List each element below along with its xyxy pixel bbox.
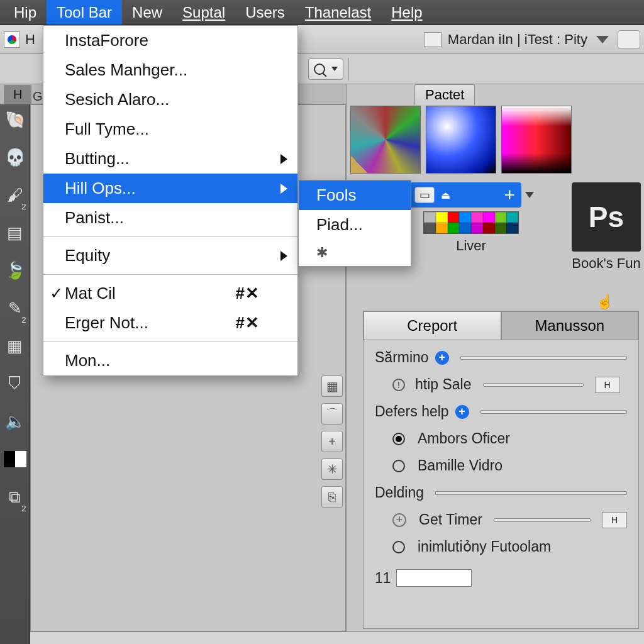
label-defers: Defers help [375,403,449,420]
hand-icon[interactable]: ☝ [596,294,613,310]
menu-item[interactable]: Sesich Alaro... [43,85,297,114]
canvas-btn-plus[interactable]: + [321,431,343,452]
tab-pactet[interactable]: Pactet [414,84,475,105]
tool-wand[interactable]: ✎2 [3,296,28,321]
info-icon: ! [392,379,405,391]
slider-delding[interactable] [435,491,627,495]
slider-gettimer[interactable] [494,518,591,522]
tool-badge: 2 [21,504,26,513]
radio-ambors[interactable] [392,433,405,445]
chevron-down-icon[interactable] [525,192,534,198]
workspace-collapse-button[interactable] [618,30,640,49]
add-grey-icon[interactable]: + [392,513,406,527]
value-gettimer[interactable]: H [602,512,627,528]
plus-icon[interactable]: + [504,184,515,206]
menu-item[interactable]: Hill Ops... [43,174,297,203]
color-swatch[interactable] [3,447,28,472]
label-inim: inimlutiỏny Futoolam [418,538,551,555]
menu-new[interactable]: New [122,0,172,25]
right-panels: Pactet ▭ ⏏ + Liver Ps Book's Fun ☝ [346,84,644,631]
menu-item[interactable]: Erger Not...#✕ [43,308,297,338]
swatch-previews [350,106,572,174]
label-delding: Delding [375,484,424,501]
radio-inim[interactable] [392,541,405,553]
menu-item[interactable]: Mat Cil#✕ [43,279,297,308]
menu-tool-bar[interactable]: Tool Bar [47,0,122,25]
brush-label-books: Book's Fun [572,255,640,272]
menu-item[interactable]: Full Tyme... [43,114,297,144]
tool-skull[interactable]: 💀 [3,145,28,170]
menu-item[interactable]: InstaForore [43,26,297,55]
properties-tabs: Creport Manusson [364,311,638,340]
submenu-item[interactable]: Piad... [299,210,411,240]
slider-defers[interactable] [480,410,627,414]
properties-panel: ☝ Creport Manusson Sărmino+ !htip SaleH … [363,311,639,629]
slider-htip[interactable] [483,383,584,387]
chevron-down-icon [331,67,338,71]
menu-item[interactable]: Equity [43,241,297,270]
tool-crop[interactable]: ⧉2 [3,484,28,509]
slider-sarmino[interactable] [460,356,627,360]
canvas-side-buttons: ▦ ⌒ + ✳ ⎘ [321,375,343,508]
mini-swatch-grid[interactable] [423,211,519,234]
submenu-item[interactable]: ✱ [299,240,411,266]
screen-mode-icon[interactable] [424,32,441,47]
tool-shell[interactable]: 🐚 [3,107,28,132]
tool-brush[interactable]: 🖌2 [3,182,28,208]
canvas-btn-star[interactable]: ✳ [321,458,343,480]
options-separator [348,58,349,80]
menu-suptal[interactable]: Suptal [172,0,235,25]
menu-hip[interactable]: Hip [4,0,47,25]
label-sarmino: Sărmino [375,349,429,366]
usb-icon: ⏏ [441,189,450,201]
value-htip[interactable]: H [595,377,620,393]
tab-h[interactable]: H [4,85,31,104]
status-bar [30,631,644,644]
tool-grid[interactable]: ▦ [3,333,28,358]
workspace-dropdown-icon[interactable] [596,36,609,43]
menu-help[interactable]: Help [381,0,432,25]
tool-panel-icon[interactable]: ▤ [3,220,28,245]
menu-thanelast[interactable]: Thanelast [295,0,381,25]
add-icon[interactable]: + [435,351,449,365]
swatch-pixel[interactable] [350,106,421,174]
add-icon[interactable]: + [455,405,469,419]
swatch-blue[interactable] [426,106,496,174]
menubar: Hip Tool Bar New Suptal Users Thanelast … [0,0,644,25]
text-field[interactable] [396,569,472,587]
tool-badge: 2 [21,202,26,211]
tool-shield[interactable]: ⛉ [3,371,28,396]
menu-item[interactable]: Mon... [43,346,297,375]
app-icon [4,31,20,48]
brush-label-liver: Liver [456,238,486,254]
tool-leaf[interactable]: 🍃 [3,258,28,283]
tool-badge: 2 [21,315,26,325]
brush-preset-header[interactable]: ▭ ⏏ + [408,182,521,208]
ps-logo[interactable]: Ps [572,182,641,252]
toolbar-dropdown: InstaFororeSales Manhger...Sesich Alaro.… [43,25,298,376]
canvas-btn-1[interactable]: ▦ [321,375,343,397]
menu-users[interactable]: Users [235,0,295,25]
label-gettimer: Get Timer [419,511,482,528]
app-title-left: H [25,31,35,48]
toolbar-submenu: FoolsPiad...✱ [298,180,411,267]
swatch-hue[interactable] [501,106,572,174]
menu-item[interactable]: Panist... [43,203,297,233]
canvas-btn-2[interactable]: ⌒ [321,403,343,425]
brush-presets: ▭ ⏏ + Liver Ps Book's Fun [408,182,641,272]
search-icon [314,64,325,75]
search-button[interactable] [308,58,343,80]
menu-item[interactable]: Sales Manhger... [43,55,297,85]
tool-speaker[interactable]: 🔈 [3,409,28,434]
mode-label: Mardan iIn | iTest : Pity [448,31,587,48]
menu-item[interactable]: Butting... [43,144,297,174]
tab-manusson[interactable]: Manusson [501,311,639,340]
tab-creport[interactable]: Creport [364,311,501,340]
tool-strip: 🐚 💀 🖌2 ▤ 🍃 ✎2 ▦ ⛉ 🔈 ⧉2 [0,104,30,644]
brush-slot-icon: ▭ [414,187,435,203]
canvas-btn-doc[interactable]: ⎘ [321,486,343,508]
label-bamille: Bamille Vidro [418,457,502,474]
radio-bamille[interactable] [392,460,405,472]
submenu-item[interactable]: Fools [299,180,411,210]
label-ambors: Ambors Oficer [418,430,510,447]
